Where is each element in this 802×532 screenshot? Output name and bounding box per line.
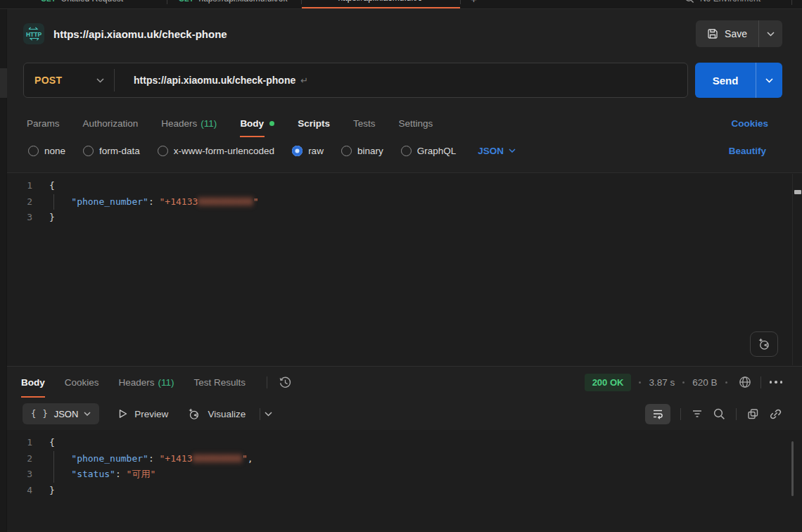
workspace-tab-title: Untitled Request [61, 0, 123, 4]
more-options-icon[interactable] [770, 381, 783, 384]
url-text: https://api.xiaomu.uk/check-phone [134, 75, 295, 86]
method-dropdown[interactable]: POST [24, 63, 114, 97]
tab-scripts[interactable]: Scripts [298, 109, 330, 137]
wrap-text-button[interactable] [645, 404, 670, 424]
filter-icon[interactable] [691, 407, 704, 420]
enter-symbol: ↵ [300, 75, 308, 86]
radio-graphql[interactable]: GraphQL [401, 146, 457, 156]
response-time[interactable]: 3.87 s [649, 377, 675, 388]
collapsed-sidebar-rail[interactable] [0, 9, 7, 532]
request-title: https://api.xiaomu.uk/check-phone [53, 28, 227, 40]
history-icon[interactable] [279, 376, 292, 389]
response-size[interactable]: 620 B [692, 377, 717, 388]
dot-separator [725, 381, 727, 384]
chevron-down-icon [509, 148, 516, 153]
radio-form-data[interactable]: form-data [83, 146, 140, 156]
code-lines[interactable]: { "phone_number": "+141330000000000"} [38, 173, 802, 366]
request-tab-bar: Params Authorization Headers(11) Body Sc… [0, 109, 802, 137]
search-icon[interactable] [685, 0, 694, 4]
url-input[interactable]: https://api.xiaomu.uk/check-phone ↵ [115, 63, 308, 97]
preview-button[interactable]: Preview [117, 408, 168, 419]
dot-separator [682, 381, 685, 384]
radio-circle [28, 146, 39, 156]
divider [736, 408, 737, 420]
send-options-button[interactable] [756, 63, 782, 98]
globe-icon[interactable] [738, 375, 752, 389]
indent-guide [53, 451, 54, 483]
response-meta-bar: Body Cookies Headers(11) Test Results 20… [0, 367, 802, 398]
request-body-editor[interactable]: 123 { "phone_number": "+141330000000000"… [0, 172, 802, 366]
url-builder-row: POST https://api.xiaomu.uk/check-phone ↵… [0, 63, 802, 98]
method-badge: POST [313, 0, 333, 1]
format-label: JSON [478, 146, 504, 156]
sidebar-rail-handle[interactable] [0, 68, 7, 98]
postbot-button[interactable] [750, 331, 778, 357]
radio-circle [341, 146, 352, 156]
beautify-link[interactable]: Beautify [729, 146, 766, 156]
radio-x-www-form-urlencoded[interactable]: x-www-form-urlencoded [158, 146, 274, 156]
response-tab-body[interactable]: Body [21, 367, 45, 398]
divider [760, 376, 761, 388]
chevron-down-icon[interactable] [265, 412, 272, 417]
tab-params[interactable]: Params [27, 109, 60, 137]
save-options-button[interactable] [759, 20, 782, 47]
headers-count: (11) [200, 118, 217, 129]
indent-guide [53, 194, 54, 210]
wrap-text-icon [651, 407, 664, 420]
app-window: GET Untitled Request GET https://api.xia… [0, 0, 802, 532]
radio-raw-selected[interactable]: raw [292, 146, 324, 156]
body-type-selector: none form-data x-www-form-urlencoded raw… [0, 137, 802, 164]
search-icon[interactable] [713, 407, 726, 421]
format-dropdown[interactable]: JSON [478, 146, 516, 156]
method-badge: GET [179, 0, 193, 3]
braces-icon: { } [31, 409, 49, 419]
dot-separator [639, 381, 641, 384]
topbar-divider [791, 0, 792, 5]
workspace-tab-active[interactable]: POST https://api.xiaomu.uk/c [302, 0, 460, 9]
code-lines[interactable]: { "phone_number": "+1413000000000", "sta… [38, 430, 802, 530]
headers-count: (11) [158, 377, 174, 388]
http-protocol-icon: HTTP [23, 23, 44, 44]
divider [260, 408, 260, 420]
tab-tests[interactable]: Tests [353, 109, 376, 137]
visualize-icon [186, 407, 201, 422]
tab-divider [460, 0, 461, 4]
save-label: Save [725, 28, 747, 39]
link-icon[interactable] [769, 407, 782, 421]
response-format-dropdown[interactable]: { } JSON [23, 403, 99, 424]
new-tab-button[interactable]: + [471, 0, 477, 5]
play-icon [117, 408, 128, 419]
radio-circle [83, 146, 94, 156]
status-badge[interactable]: 200 OK [585, 374, 632, 391]
radio-circle [158, 146, 168, 156]
response-tab-headers[interactable]: Headers(11) [119, 367, 174, 398]
radio-binary[interactable]: binary [341, 146, 383, 156]
save-button[interactable]: Save [696, 20, 758, 47]
radio-none[interactable]: none [28, 146, 65, 156]
format-label: JSON [54, 409, 79, 419]
cookies-link[interactable]: Cookies [731, 118, 768, 129]
method-label: POST [34, 75, 62, 86]
scrollbar-handle[interactable] [794, 190, 801, 194]
scrollbar-handle[interactable] [791, 441, 794, 496]
tab-authorization[interactable]: Authorization [83, 109, 139, 137]
editor-scrollbar[interactable] [792, 174, 802, 365]
workspace-tab-untitled[interactable]: GET Untitled Request [30, 0, 167, 9]
workspace-tab-2[interactable]: GET https://api.xiaomu.uk/ok [167, 0, 301, 9]
response-tab-cookies[interactable]: Cookies [65, 367, 99, 398]
chevron-down-icon [96, 78, 104, 83]
method-badge: GET [41, 0, 56, 3]
copy-icon[interactable] [746, 407, 760, 421]
save-split-button: Save [696, 20, 782, 47]
tab-headers[interactable]: Headers(11) [161, 109, 217, 137]
tab-body[interactable]: Body [240, 109, 274, 137]
send-button[interactable]: Send [695, 63, 756, 98]
visualize-button[interactable]: Visualize [186, 407, 246, 422]
environment-selector[interactable]: No Environment [700, 0, 760, 4]
save-icon [707, 28, 718, 39]
response-body-viewer[interactable]: 1234 { "phone_number": "+1413000000000",… [0, 430, 802, 530]
response-tab-test-results[interactable]: Test Results [194, 367, 246, 398]
tab-settings[interactable]: Settings [398, 109, 433, 137]
radio-circle-selected [292, 146, 303, 156]
chevron-down-icon [84, 412, 91, 416]
